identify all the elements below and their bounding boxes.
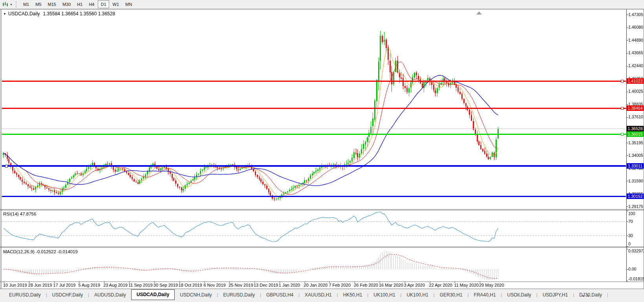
tab-gbpusd-h4-6[interactable]: GBPUSD,H4 (261, 290, 298, 300)
toolbar-grip-handle[interactable] (16, 1, 17, 7)
charts-toolbar-icon[interactable] (2, 1, 9, 7)
price-chart-canvas[interactable] (0, 9, 644, 289)
tab-usoil-daily-13[interactable]: USOil,Daily (502, 290, 536, 300)
tab-uk100-h1-9[interactable]: UK100,H1 (368, 290, 400, 300)
timeframe-button-h1[interactable]: H1 (74, 0, 85, 8)
timeframe-buttons: M1M5M15M30H1H4D1W1MN (20, 0, 135, 9)
tab-uk100-h1-10[interactable]: UK100,H1 (401, 290, 433, 300)
tab-usdcnh-daily-4[interactable]: USDCNH,Daily (175, 290, 217, 300)
timeframe-button-m5[interactable]: M5 (33, 0, 44, 8)
tab-scroll-arrows[interactable]: ◂▸ (582, 294, 593, 298)
candlestick-icon (2, 2, 9, 7)
timeframe-button-h4[interactable]: H4 (86, 0, 97, 8)
timeframe-button-m15[interactable]: M15 (45, 0, 59, 8)
timeframe-button-mn[interactable]: MN (123, 0, 135, 8)
tab-eurusd-daily-0[interactable]: EURUSD,Daily (4, 290, 46, 300)
tab-scroll-right-icon[interactable]: ▸ (588, 294, 594, 298)
tab-xauusd-h1-7[interactable]: XAUUSD,H1 (300, 290, 337, 300)
timeframe-button-m30[interactable]: M30 (60, 0, 73, 8)
tab-fra40-h1-12[interactable]: FRA40,H1 (469, 290, 501, 300)
trading-terminal: ▼ M1M5M15M30H1H4D1W1MN ▼USDCAD,Daily1.35… (0, 0, 644, 302)
tab-usdchf-daily-1[interactable]: USDCHF,Daily (47, 290, 88, 300)
timeframe-toolbar: ▼ M1M5M15M30H1H4D1W1MN (0, 0, 644, 9)
tab-hk50-h1-8[interactable]: HK50,H1 (338, 290, 368, 300)
tab-usdcad-daily-3[interactable]: USDCAD,Daily (131, 289, 175, 300)
timeframe-button-d1[interactable]: D1 (98, 0, 109, 8)
tab-audusd-daily-2[interactable]: AUDUSD,Daily (89, 290, 131, 300)
tab-ger30-h1-11[interactable]: GER30,H1 (435, 290, 468, 300)
chart-tab-bar: ◂▸ EURUSD,Daily|USDCHF,Daily|AUDUSD,Dail… (0, 289, 644, 302)
timeframe-button-m1[interactable]: M1 (20, 0, 32, 8)
toolbar-dropdown-icon[interactable]: ▼ (10, 3, 13, 6)
tab-separator: | (607, 290, 608, 300)
tab-usdjpy-h1-14[interactable]: USDJPY,H1 (538, 290, 573, 300)
timeframe-button-w1[interactable]: W1 (110, 0, 122, 8)
tab-eurusd-daily-5[interactable]: EURUSD,Daily (218, 290, 260, 300)
tab-scroll-left-icon[interactable]: ◂ (582, 294, 588, 298)
